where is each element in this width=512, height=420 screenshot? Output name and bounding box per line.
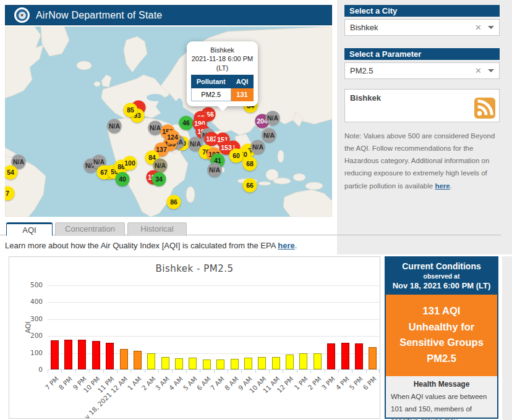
map-marker-46[interactable]: 46 <box>179 116 194 130</box>
map-marker-100[interactable]: 100 <box>123 156 137 170</box>
bar-11 PM[interactable] <box>106 343 114 369</box>
learn-more-text: Learn more about how the Air Quality Ind… <box>5 241 337 250</box>
bar-8 PM[interactable] <box>64 340 72 369</box>
popup-col-aqi: AQI <box>231 75 254 88</box>
x-axis-tick <box>48 370 48 373</box>
bar-12 PM[interactable] <box>286 355 294 369</box>
chart-canvas: AQI 01002003004005007 PM8 PM9 PM10 PM11 … <box>9 257 380 419</box>
bar-9 PM[interactable] <box>78 340 86 369</box>
map-marker-85[interactable]: 85 <box>124 103 138 117</box>
rss-icon[interactable] <box>474 98 495 119</box>
bar-2 PM[interactable] <box>314 353 322 369</box>
x-axis-tick <box>325 370 325 373</box>
map-marker-7[interactable]: 7 <box>5 187 15 201</box>
sidebar: Select a City Bishkek ✕ Select a Paramet… <box>337 0 512 254</box>
x-axis-tick <box>103 370 104 373</box>
map-marker-54[interactable]: 54 <box>5 166 18 180</box>
learn-more-link[interactable]: here <box>278 241 294 250</box>
bar-6 PM[interactable] <box>369 347 377 369</box>
y-tick-label: 300 <box>9 315 43 322</box>
bar-2 AM[interactable] <box>147 353 155 369</box>
x-axis-tick <box>338 370 339 373</box>
bar-7 AM[interactable] <box>216 359 224 369</box>
x-axis-tick <box>130 370 131 373</box>
city-select[interactable]: Bishkek ✕ <box>344 19 500 36</box>
bar-10 AM[interactable] <box>258 357 266 369</box>
x-axis-tick <box>283 370 283 373</box>
map-marker-na[interactable]: N/A <box>251 140 265 154</box>
left-column: ★ AirNow Department of State <box>0 0 337 254</box>
bar-3 AM[interactable] <box>161 357 169 369</box>
x-tick-label: 2 PM <box>306 375 322 391</box>
parameter-caret-icon[interactable] <box>488 69 494 72</box>
map-marker-68[interactable]: 68 <box>243 157 257 171</box>
map-marker-na[interactable]: N/A <box>108 119 122 133</box>
bar-3 PM[interactable] <box>327 343 335 369</box>
observed-at-label: observed at <box>388 272 495 280</box>
bar-Nov 18, 2021 12 AM[interactable] <box>120 349 128 369</box>
popup-city: Bishkek <box>190 46 255 54</box>
map-marker-86[interactable]: 86 <box>167 195 181 209</box>
map-marker-124[interactable]: 124 <box>166 130 180 145</box>
bar-11 AM[interactable] <box>272 357 280 369</box>
map-marker-40[interactable]: 40 <box>116 172 130 187</box>
x-tick-label: 4 AM <box>168 375 184 392</box>
select-parameter-header: Select a Parameter <box>344 48 500 60</box>
x-tick-label: 6 AM <box>195 375 212 392</box>
x-axis-tick <box>158 370 159 373</box>
bar-7 PM[interactable] <box>51 340 59 369</box>
popup-timezone: (LT) <box>190 64 255 72</box>
x-tick-label: 5 AM <box>181 375 198 392</box>
tab-historical[interactable]: Historical <box>127 222 187 236</box>
y-gridline <box>48 285 380 286</box>
x-tick-label: 3 AM <box>154 375 171 392</box>
x-tick-label: 2 AM <box>140 375 156 392</box>
learn-more-before: Learn more about how the Air Quality Ind… <box>5 241 278 250</box>
tab-aqi[interactable]: AQI <box>6 222 53 236</box>
map-marker-66[interactable]: 66 <box>243 178 257 193</box>
note-text: Note: Values above 500 are considered Be… <box>344 130 500 192</box>
parameter-clear-icon[interactable]: ✕ <box>475 66 482 75</box>
map-marker-na[interactable]: N/A <box>208 163 222 177</box>
map-marker-na[interactable]: N/A <box>266 111 280 125</box>
bar-6 AM[interactable] <box>203 359 211 369</box>
map-marker-34[interactable]: 34 <box>152 172 166 187</box>
popup-pollutant-value: PM2.5 <box>191 88 231 101</box>
bar-9 AM[interactable] <box>244 358 252 369</box>
current-conditions-title: Current Conditions <box>388 261 495 271</box>
map-marker-na[interactable]: N/A <box>262 128 276 143</box>
parameter-select[interactable]: PM2.5 ✕ <box>344 62 500 79</box>
y-gridline <box>48 336 380 337</box>
bar-4 AM[interactable] <box>175 358 183 369</box>
y-tick-label: 500 <box>9 281 43 288</box>
bar-5 PM[interactable] <box>355 343 363 369</box>
bar-1 PM[interactable] <box>299 353 307 369</box>
health-message-text: When AQI values are between 101 and 150,… <box>391 391 492 420</box>
right-gutter <box>502 256 512 420</box>
aqi-pollutant-line: PM2.5 <box>390 351 493 367</box>
x-axis-tick <box>297 370 297 373</box>
bar-4 PM[interactable] <box>341 343 349 369</box>
observed-at-datetime: Nov 18, 2021 6:00 PM (LT) <box>388 281 495 290</box>
world-map[interactable]: 9385N/AN/A547N/AN/A867598610040N/A15090N… <box>5 27 332 217</box>
map-marker-60[interactable]: 60 <box>229 149 244 163</box>
aqi-category-line: Unhealthy for Sensitive Groups <box>390 319 493 351</box>
popup-col-pollutant: Pollutant <box>191 75 231 88</box>
x-axis-tick <box>214 370 215 373</box>
city-caret-icon[interactable] <box>488 26 494 29</box>
city-clear-icon[interactable]: ✕ <box>475 23 482 32</box>
tab-concentration[interactable]: Concentration <box>55 222 125 236</box>
bar-1 AM[interactable] <box>134 351 142 369</box>
bar-8 AM[interactable] <box>231 359 239 369</box>
tabs: AQI Concentration Historical <box>6 222 337 236</box>
bar-5 AM[interactable] <box>189 358 197 369</box>
x-tick-label: 1 AM <box>126 375 143 392</box>
select-city-header: Select a City <box>344 5 500 17</box>
y-tick-label: 200 <box>9 332 43 339</box>
x-axis-tick <box>269 370 270 373</box>
app-title: AirNow Department of State <box>36 10 162 21</box>
x-axis-tick <box>145 370 145 373</box>
bar-10 PM[interactable] <box>92 341 100 369</box>
feed-city-label: Bishkek <box>350 93 381 103</box>
note-link[interactable]: here <box>435 182 450 190</box>
